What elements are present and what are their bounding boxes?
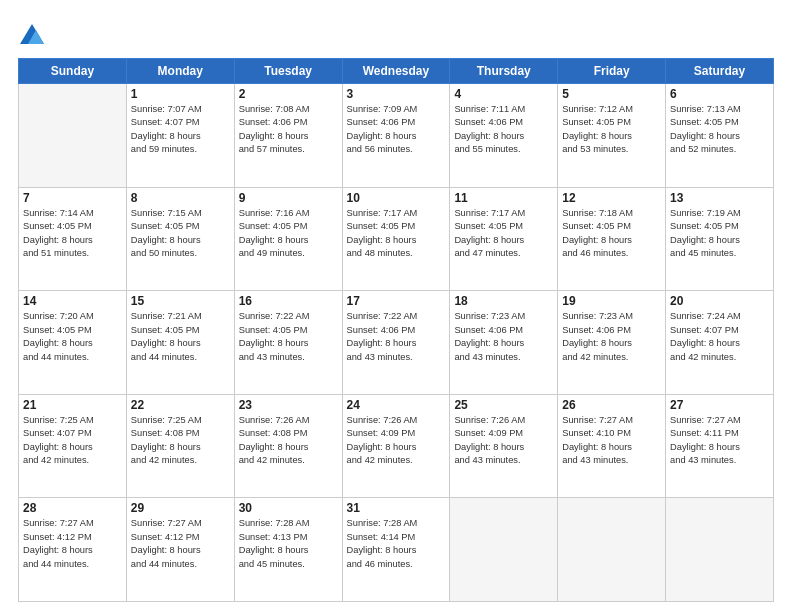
day-number: 3 [347,87,446,101]
day-cell: 15Sunrise: 7:21 AM Sunset: 4:05 PM Dayli… [126,291,234,395]
day-number: 6 [670,87,769,101]
weekday-header-monday: Monday [126,59,234,84]
day-cell: 27Sunrise: 7:27 AM Sunset: 4:11 PM Dayli… [666,394,774,498]
day-info: Sunrise: 7:28 AM Sunset: 4:14 PM Dayligh… [347,517,446,571]
day-cell: 11Sunrise: 7:17 AM Sunset: 4:05 PM Dayli… [450,187,558,291]
day-info: Sunrise: 7:09 AM Sunset: 4:06 PM Dayligh… [347,103,446,157]
day-number: 2 [239,87,338,101]
day-info: Sunrise: 7:27 AM Sunset: 4:11 PM Dayligh… [670,414,769,468]
day-cell: 14Sunrise: 7:20 AM Sunset: 4:05 PM Dayli… [19,291,127,395]
day-number: 19 [562,294,661,308]
header [18,18,774,50]
day-info: Sunrise: 7:26 AM Sunset: 4:09 PM Dayligh… [347,414,446,468]
week-row-2: 14Sunrise: 7:20 AM Sunset: 4:05 PM Dayli… [19,291,774,395]
day-cell: 31Sunrise: 7:28 AM Sunset: 4:14 PM Dayli… [342,498,450,602]
day-cell: 3Sunrise: 7:09 AM Sunset: 4:06 PM Daylig… [342,84,450,188]
day-cell: 4Sunrise: 7:11 AM Sunset: 4:06 PM Daylig… [450,84,558,188]
day-info: Sunrise: 7:17 AM Sunset: 4:05 PM Dayligh… [347,207,446,261]
day-cell: 8Sunrise: 7:15 AM Sunset: 4:05 PM Daylig… [126,187,234,291]
day-cell: 26Sunrise: 7:27 AM Sunset: 4:10 PM Dayli… [558,394,666,498]
day-cell [450,498,558,602]
day-info: Sunrise: 7:28 AM Sunset: 4:13 PM Dayligh… [239,517,338,571]
day-info: Sunrise: 7:08 AM Sunset: 4:06 PM Dayligh… [239,103,338,157]
weekday-header-row: SundayMondayTuesdayWednesdayThursdayFrid… [19,59,774,84]
day-info: Sunrise: 7:07 AM Sunset: 4:07 PM Dayligh… [131,103,230,157]
day-info: Sunrise: 7:25 AM Sunset: 4:08 PM Dayligh… [131,414,230,468]
day-number: 20 [670,294,769,308]
day-cell: 7Sunrise: 7:14 AM Sunset: 4:05 PM Daylig… [19,187,127,291]
day-cell: 29Sunrise: 7:27 AM Sunset: 4:12 PM Dayli… [126,498,234,602]
day-info: Sunrise: 7:18 AM Sunset: 4:05 PM Dayligh… [562,207,661,261]
day-cell: 13Sunrise: 7:19 AM Sunset: 4:05 PM Dayli… [666,187,774,291]
weekday-header-friday: Friday [558,59,666,84]
day-cell: 10Sunrise: 7:17 AM Sunset: 4:05 PM Dayli… [342,187,450,291]
day-number: 21 [23,398,122,412]
day-info: Sunrise: 7:22 AM Sunset: 4:05 PM Dayligh… [239,310,338,364]
day-number: 28 [23,501,122,515]
day-number: 14 [23,294,122,308]
day-number: 16 [239,294,338,308]
logo-icon [18,22,46,50]
day-number: 18 [454,294,553,308]
day-number: 24 [347,398,446,412]
week-row-0: 1Sunrise: 7:07 AM Sunset: 4:07 PM Daylig… [19,84,774,188]
day-number: 25 [454,398,553,412]
logo [18,22,50,50]
day-info: Sunrise: 7:11 AM Sunset: 4:06 PM Dayligh… [454,103,553,157]
day-info: Sunrise: 7:23 AM Sunset: 4:06 PM Dayligh… [562,310,661,364]
weekday-header-saturday: Saturday [666,59,774,84]
day-number: 12 [562,191,661,205]
day-info: Sunrise: 7:15 AM Sunset: 4:05 PM Dayligh… [131,207,230,261]
day-info: Sunrise: 7:17 AM Sunset: 4:05 PM Dayligh… [454,207,553,261]
day-number: 15 [131,294,230,308]
day-cell: 1Sunrise: 7:07 AM Sunset: 4:07 PM Daylig… [126,84,234,188]
day-number: 11 [454,191,553,205]
calendar: SundayMondayTuesdayWednesdayThursdayFrid… [18,58,774,602]
day-cell: 20Sunrise: 7:24 AM Sunset: 4:07 PM Dayli… [666,291,774,395]
day-info: Sunrise: 7:16 AM Sunset: 4:05 PM Dayligh… [239,207,338,261]
day-cell: 12Sunrise: 7:18 AM Sunset: 4:05 PM Dayli… [558,187,666,291]
day-number: 8 [131,191,230,205]
day-number: 29 [131,501,230,515]
day-number: 1 [131,87,230,101]
day-info: Sunrise: 7:24 AM Sunset: 4:07 PM Dayligh… [670,310,769,364]
day-number: 31 [347,501,446,515]
day-number: 5 [562,87,661,101]
day-number: 9 [239,191,338,205]
day-info: Sunrise: 7:26 AM Sunset: 4:08 PM Dayligh… [239,414,338,468]
day-number: 23 [239,398,338,412]
day-info: Sunrise: 7:14 AM Sunset: 4:05 PM Dayligh… [23,207,122,261]
day-cell [666,498,774,602]
day-cell: 9Sunrise: 7:16 AM Sunset: 4:05 PM Daylig… [234,187,342,291]
week-row-3: 21Sunrise: 7:25 AM Sunset: 4:07 PM Dayli… [19,394,774,498]
day-info: Sunrise: 7:27 AM Sunset: 4:12 PM Dayligh… [131,517,230,571]
day-cell: 23Sunrise: 7:26 AM Sunset: 4:08 PM Dayli… [234,394,342,498]
day-cell: 2Sunrise: 7:08 AM Sunset: 4:06 PM Daylig… [234,84,342,188]
day-cell: 5Sunrise: 7:12 AM Sunset: 4:05 PM Daylig… [558,84,666,188]
week-row-4: 28Sunrise: 7:27 AM Sunset: 4:12 PM Dayli… [19,498,774,602]
day-cell: 28Sunrise: 7:27 AM Sunset: 4:12 PM Dayli… [19,498,127,602]
day-info: Sunrise: 7:23 AM Sunset: 4:06 PM Dayligh… [454,310,553,364]
day-number: 30 [239,501,338,515]
weekday-header-sunday: Sunday [19,59,127,84]
day-cell: 19Sunrise: 7:23 AM Sunset: 4:06 PM Dayli… [558,291,666,395]
day-info: Sunrise: 7:12 AM Sunset: 4:05 PM Dayligh… [562,103,661,157]
day-cell: 17Sunrise: 7:22 AM Sunset: 4:06 PM Dayli… [342,291,450,395]
day-cell: 24Sunrise: 7:26 AM Sunset: 4:09 PM Dayli… [342,394,450,498]
day-number: 27 [670,398,769,412]
day-number: 22 [131,398,230,412]
weekday-header-tuesday: Tuesday [234,59,342,84]
day-cell [558,498,666,602]
day-cell [19,84,127,188]
day-cell: 25Sunrise: 7:26 AM Sunset: 4:09 PM Dayli… [450,394,558,498]
day-number: 4 [454,87,553,101]
day-number: 17 [347,294,446,308]
day-number: 10 [347,191,446,205]
day-cell: 6Sunrise: 7:13 AM Sunset: 4:05 PM Daylig… [666,84,774,188]
page: SundayMondayTuesdayWednesdayThursdayFrid… [0,0,792,612]
day-cell: 21Sunrise: 7:25 AM Sunset: 4:07 PM Dayli… [19,394,127,498]
day-cell: 30Sunrise: 7:28 AM Sunset: 4:13 PM Dayli… [234,498,342,602]
weekday-header-thursday: Thursday [450,59,558,84]
day-info: Sunrise: 7:26 AM Sunset: 4:09 PM Dayligh… [454,414,553,468]
day-info: Sunrise: 7:13 AM Sunset: 4:05 PM Dayligh… [670,103,769,157]
